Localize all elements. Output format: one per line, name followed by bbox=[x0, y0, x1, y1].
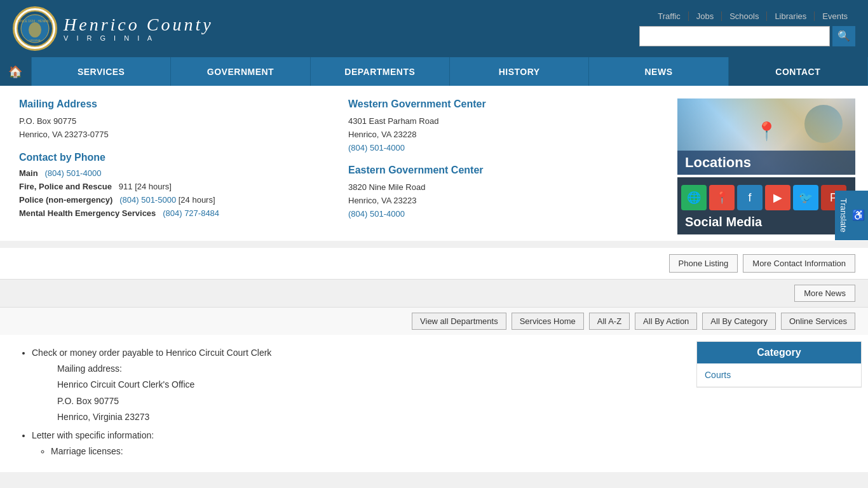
search-input[interactable] bbox=[639, 26, 830, 46]
nav-news[interactable]: NEWS bbox=[589, 57, 728, 86]
globe-icon[interactable]: 🌐 bbox=[681, 185, 707, 210]
western-title: Western Government Center bbox=[348, 98, 665, 110]
traffic-link[interactable]: Traffic bbox=[650, 11, 688, 21]
phone-mental-health: Mental Health Emergency Services (804) 7… bbox=[19, 208, 336, 218]
phone-main-link[interactable]: (804) 501-4000 bbox=[44, 168, 101, 178]
lower-content: Check or money order payable to Henrico … bbox=[0, 335, 868, 472]
schools-link[interactable]: Schools bbox=[722, 11, 767, 21]
locations-widget[interactable]: 📍 Locations bbox=[677, 98, 855, 175]
svg-text:VIRGINIA: VIRGINIA bbox=[29, 39, 41, 42]
more-news-bar: More News bbox=[0, 279, 868, 307]
top-links: Traffic Jobs Schools Libraries Events bbox=[650, 11, 855, 21]
nav-departments[interactable]: DEPARTMENTS bbox=[311, 57, 450, 86]
list-item-check: Check or money order payable to Henrico … bbox=[32, 345, 671, 425]
address-block: Mailing address: Henrico Circuit Court C… bbox=[57, 361, 671, 425]
nav-government[interactable]: GOVERNMENT bbox=[171, 57, 310, 86]
contact-actions: Phone Listing More Contact Information bbox=[0, 247, 868, 279]
category-item-courts[interactable]: Courts bbox=[697, 363, 861, 387]
government-centers-section: Western Government Center 4301 East Parh… bbox=[348, 98, 665, 234]
phone-police-link[interactable]: (804) 501-5000 bbox=[119, 195, 176, 205]
social-media-label: Social Media bbox=[685, 215, 762, 229]
facebook-icon[interactable]: f bbox=[737, 185, 763, 210]
social-icons-row: 🌐 📍 f ▶ 🐦 P bbox=[677, 182, 855, 213]
map-pin-icon: 📍 bbox=[756, 121, 778, 142]
county-seal: SINCE 1634 · HENRICO VIRGINIA bbox=[13, 6, 57, 51]
western-address: 4301 East Parham Road Henrico, VA 23228 … bbox=[348, 115, 665, 154]
sub-list-item-marriage: Marriage licenses: bbox=[51, 444, 671, 459]
eastern-title: Eastern Government Center bbox=[348, 165, 665, 176]
services-home-button[interactable]: Services Home bbox=[512, 313, 584, 330]
logo-area: SINCE 1634 · HENRICO VIRGINIA Henrico Co… bbox=[13, 6, 214, 51]
all-by-category-button[interactable]: All By Category bbox=[702, 313, 776, 330]
translate-label: Translate bbox=[839, 198, 848, 233]
lower-sidebar: Category Courts bbox=[690, 335, 868, 472]
translate-icon: ♿ bbox=[852, 209, 864, 222]
nav-home[interactable]: 🏠 bbox=[0, 57, 32, 86]
mailing-address: P.O. Box 90775 Henrico, VA 23273-0775 bbox=[19, 115, 336, 142]
svg-point-3 bbox=[29, 22, 41, 37]
list-item-letter: Letter with specific information: Marria… bbox=[32, 428, 671, 459]
contact-panel: Mailing Address P.O. Box 90775 Henrico, … bbox=[0, 86, 868, 241]
libraries-link[interactable]: Libraries bbox=[767, 11, 815, 21]
nav-contact[interactable]: CONTACT bbox=[729, 57, 868, 86]
contact-sidebar: 📍 Locations 🌐 📍 f ▶ 🐦 P Social Media bbox=[677, 98, 855, 234]
phone-listing-button[interactable]: Phone Listing bbox=[669, 254, 738, 273]
phone-fire: Fire, Police and Rescue 911 [24 hours] bbox=[19, 182, 336, 191]
nav-services[interactable]: SERVICES bbox=[32, 57, 171, 86]
phone-title: Contact by Phone bbox=[19, 152, 336, 163]
category-header: Category bbox=[697, 342, 861, 363]
phone-mental-health-link[interactable]: (804) 727-8484 bbox=[163, 208, 219, 218]
content-list: Check or money order payable to Henrico … bbox=[19, 345, 671, 459]
departments-bar: View all Departments Services Home All A… bbox=[0, 307, 868, 335]
lower-main-content: Check or money order payable to Henrico … bbox=[0, 335, 690, 472]
jobs-link[interactable]: Jobs bbox=[689, 11, 722, 21]
locations-label: Locations bbox=[677, 151, 855, 175]
search-bar: 🔍 bbox=[639, 26, 855, 46]
main-navigation: 🏠 SERVICES GOVERNMENT DEPARTMENTS HISTOR… bbox=[0, 57, 868, 86]
eastern-phone-link[interactable]: (804) 501-4000 bbox=[348, 209, 405, 219]
all-az-button[interactable]: All A-Z bbox=[589, 313, 630, 330]
twitter-icon[interactable]: 🐦 bbox=[793, 185, 818, 210]
social-media-widget[interactable]: 🌐 📍 f ▶ 🐦 P Social Media bbox=[677, 177, 855, 234]
eastern-address: 3820 Nine Mile Road Henrico, VA 23223 (8… bbox=[348, 181, 665, 220]
search-button[interactable]: 🔍 bbox=[832, 26, 855, 46]
all-by-action-button[interactable]: All By Action bbox=[635, 313, 697, 330]
youtube-icon[interactable]: ▶ bbox=[765, 185, 790, 210]
mailing-title: Mailing Address bbox=[19, 98, 336, 110]
header: SINCE 1634 · HENRICO VIRGINIA Henrico Co… bbox=[0, 0, 868, 57]
more-contact-button[interactable]: More Contact Information bbox=[743, 254, 855, 273]
county-name-text: Henrico County V I R G I N I A bbox=[64, 15, 214, 43]
top-right-area: Traffic Jobs Schools Libraries Events 🔍 bbox=[639, 11, 855, 46]
category-box: Category Courts bbox=[696, 341, 862, 388]
phone-main: Main (804) 501-4000 bbox=[19, 168, 336, 178]
western-phone-link[interactable]: (804) 501-4000 bbox=[348, 143, 405, 152]
mailing-phone-section: Mailing Address P.O. Box 90775 Henrico, … bbox=[19, 98, 336, 234]
nav-history[interactable]: HISTORY bbox=[450, 57, 589, 86]
foursquare-icon[interactable]: 📍 bbox=[709, 185, 735, 210]
more-news-button[interactable]: More News bbox=[794, 285, 855, 302]
phone-police: Police (non-emergency) (804) 501-5000 [2… bbox=[19, 195, 336, 205]
online-services-button[interactable]: Online Services bbox=[781, 313, 855, 330]
sub-bullet-list: Marriage licenses: bbox=[32, 444, 671, 459]
view-all-departments-button[interactable]: View all Departments bbox=[412, 313, 506, 330]
events-link[interactable]: Events bbox=[815, 11, 855, 21]
translate-button[interactable]: ♿ Translate bbox=[835, 191, 868, 240]
